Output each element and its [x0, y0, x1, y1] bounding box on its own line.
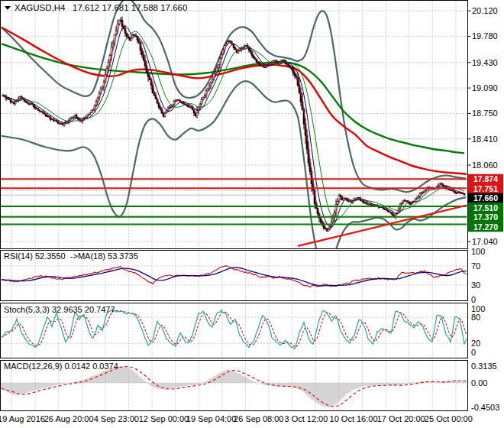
price-tag: 17.370: [468, 212, 503, 222]
rsi-axis-label: 100: [471, 247, 485, 256]
stoch-axis-label: 20: [471, 339, 480, 348]
rsi-axis-label: 70: [471, 261, 480, 271]
trading-chart-window: 20.12019.78019.43019.09018.75018.41018.0…: [0, 0, 504, 428]
price-axis-label: 19.780: [472, 31, 498, 41]
time-axis-label: 19 Sep 04:00: [186, 414, 236, 423]
price-tag-text: 17.270: [473, 222, 498, 232]
time-axis-label: 4 Sep 23:00: [94, 414, 139, 423]
time-axis-label: 26 Aug 20:00: [44, 414, 94, 423]
time-axis-label: 10 Oct 16:00: [330, 414, 378, 423]
rsi-axis-label: 0: [471, 295, 476, 304]
price-axis-label: 18.750: [472, 109, 498, 118]
rsi-axis-label: 30: [471, 280, 480, 290]
price-tag: 17.751: [468, 183, 503, 193]
time-axis-label: 3 Oct 12:00: [284, 414, 328, 423]
price-tag: 17.510: [468, 203, 503, 212]
candle-body: [120, 20, 121, 21]
chart-title: XAGUSD,H4 17.612 17.681 17.588 17.660: [15, 3, 187, 13]
price-tag-text: 17.370: [473, 212, 498, 222]
price-axis[interactable]: 20.12019.78019.43019.09018.75018.41018.0…: [468, 6, 504, 412]
macd-axis-label: 0.00: [471, 378, 487, 387]
price-tag: 17.874: [468, 174, 503, 184]
time-axis-label: 17 Oct 20:00: [377, 414, 425, 423]
price-tag-text: 17.874: [473, 174, 498, 183]
rsi-label: RSI(14) 52.3550 ->MA(18) 53.3735: [4, 251, 138, 261]
stoch-axis-label: 100: [471, 304, 485, 313]
price-tag: 17.270: [468, 222, 503, 232]
chart-title-bar: XAGUSD,H4 17.612 17.681 17.588 17.660: [5, 3, 187, 13]
time-axis-label: 19 Aug 2016: [0, 414, 45, 423]
macd-axis-label: -0.4503: [471, 403, 499, 412]
price-tag-text: 17.660: [473, 193, 498, 203]
stoch-label: Stoch(5,3,3) 32.9635 20.7477: [4, 305, 115, 315]
price-tag-text: 17.510: [473, 203, 498, 212]
time-axis-label: 25 Oct 00:00: [425, 414, 473, 423]
price-axis-label: 18.060: [472, 160, 498, 170]
price-axis-label: 19.090: [472, 83, 498, 92]
symbol-dropdown-icon[interactable]: [5, 6, 11, 10]
macd-axis-label: 0.3135: [471, 362, 497, 371]
price-axis-label: 20.120: [472, 6, 498, 15]
macd-label: MACD(12,26,9) 0.0142 0.0374: [4, 362, 118, 371]
price-axis-label: 19.430: [472, 58, 498, 67]
price-axis-label: 17.040: [472, 237, 498, 246]
stoch-axis-label: 0: [471, 348, 476, 357]
time-axis[interactable]: 19 Aug 201626 Aug 20:004 Sep 23:0012 Sep…: [0, 411, 473, 424]
time-axis-label: 26 Sep 08:00: [234, 414, 283, 423]
price-tag-text: 17.751: [473, 184, 498, 193]
stoch-axis-label: 80: [471, 313, 480, 322]
price-tag: 17.660: [468, 193, 503, 203]
price-axis-label: 18.410: [472, 135, 498, 144]
time-axis-label: 12 Sep 00:00: [139, 414, 189, 423]
